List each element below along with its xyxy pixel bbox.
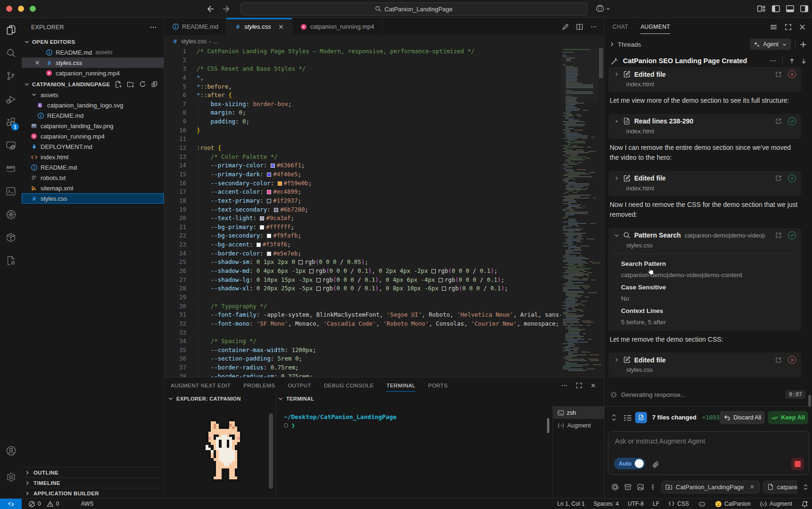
code-editor[interactable]: 1/* CatPanion Landing Page Styles — Mode… — [164, 47, 604, 377]
changes-file-view-button[interactable] — [635, 412, 647, 423]
collapse-folders-icon[interactable] — [151, 81, 158, 88]
aws-status[interactable]: AWS — [81, 501, 93, 507]
problems-status[interactable]: 0 0 — [28, 501, 59, 508]
panel-maximize-icon[interactable] — [576, 382, 582, 389]
status-ok-icon[interactable] — [788, 117, 796, 125]
context-box-icon[interactable] — [624, 483, 632, 491]
chat-menu-icon[interactable] — [770, 23, 778, 31]
tool-card-edited-file[interactable]: Edited filestyles.css — [608, 353, 801, 378]
augment-status[interactable]: Augment — [760, 501, 792, 508]
editor-more-icon[interactable] — [590, 23, 597, 31]
file-gear-icon[interactable] — [0, 250, 22, 271]
discard-all-button[interactable]: Discard All — [720, 411, 765, 424]
image-icon[interactable] — [637, 483, 645, 491]
panel-tab-debug-console[interactable]: DEBUG CONSOLE — [324, 378, 374, 393]
chat-scrollbar[interactable] — [808, 395, 811, 407]
status-error-icon[interactable] — [788, 70, 796, 78]
tree-item-DEPLOYMENT.md[interactable]: DEPLOYMENT.md — [22, 141, 164, 152]
search-icon[interactable] — [0, 42, 22, 64]
sidebar-section-outline[interactable]: OUTLINE — [22, 467, 164, 477]
minimize-window-button[interactable] — [18, 6, 24, 12]
encoding-status[interactable]: UTF-8 — [628, 501, 644, 507]
close-icon[interactable] — [749, 484, 755, 490]
back-button[interactable] — [206, 4, 215, 14]
account-icon[interactable] — [0, 440, 22, 461]
new-folder-icon[interactable] — [127, 81, 134, 88]
open-editor-README.md[interactable]: README.mdassets — [22, 47, 164, 57]
agent-mode-selector[interactable]: Agent — [750, 39, 791, 50]
panel-tab-problems[interactable]: PROBLEMS — [243, 378, 275, 393]
tree-item-robots.txt[interactable]: robots.txt — [22, 172, 164, 183]
context-chip-catpanion_l[interactable]: catpanion_l — [763, 481, 797, 493]
card-chevron-icon[interactable] — [613, 175, 621, 181]
settings-gear-icon[interactable] — [0, 466, 22, 488]
tree-item-README.md[interactable]: README.md — [22, 110, 164, 121]
attach-icon[interactable] — [652, 460, 660, 468]
scroll-up-icon[interactable] — [788, 57, 795, 65]
open-external-icon[interactable] — [775, 175, 782, 181]
panel-tab-output[interactable]: OUTPUT — [288, 378, 311, 393]
tab-README.md[interactable]: README.md — [164, 18, 226, 35]
terminal-view[interactable]: ~/Desktop/CatPanion_LandingPage ❯ — [276, 404, 552, 498]
auto-toggle[interactable]: Auto — [614, 458, 645, 469]
chat-input[interactable]: Ask or instruct Augment Agent Auto — [608, 431, 809, 475]
close-window-button[interactable] — [6, 6, 12, 12]
threads-label[interactable]: Threads — [618, 41, 641, 48]
run-debug-icon[interactable] — [0, 88, 22, 110]
thread-more-icon[interactable] — [769, 57, 777, 65]
files-icon[interactable] — [0, 19, 22, 41]
tab-augment[interactable]: AUGMENT — [640, 18, 670, 36]
cursor-position-status[interactable]: Ln 1, Col 1 — [557, 501, 585, 507]
open-editor-catpanion_running.mp4[interactable]: catpanion_running.mp4 — [22, 68, 164, 78]
source-control-icon[interactable] — [0, 65, 22, 87]
chat-close-icon[interactable] — [799, 24, 806, 31]
threads-chevron-icon[interactable] — [609, 41, 615, 48]
toggle-secondary-sidebar-button[interactable] — [800, 4, 809, 14]
indentation-status[interactable]: Spaces: 4 — [594, 501, 619, 507]
chat-message-list[interactable]: Edited fileindex.htmlLet me view more of… — [608, 65, 806, 406]
aws-icon[interactable]: aws — [0, 157, 22, 179]
sidebar-section-timeline[interactable]: TIMELINE — [22, 477, 164, 488]
panel-tab-augment-next-edit[interactable]: AUGMENT NEXT EDIT — [171, 378, 231, 393]
open-editors-header[interactable]: OPEN EDITORS — [22, 37, 164, 47]
toggle-panel-button[interactable] — [786, 4, 795, 14]
breadcrumb[interactable]: #styles.css›... — [164, 35, 604, 47]
explorer-more-actions-button[interactable] — [149, 24, 157, 31]
open-editor-styles.css[interactable]: #styles.css — [22, 57, 164, 68]
changes-list-view-icon[interactable] — [623, 414, 632, 421]
card-chevron-icon[interactable] — [613, 71, 621, 77]
extensions-icon[interactable]: 1 — [0, 111, 22, 133]
terminal-process-Augment[interactable]: Augment — [553, 419, 604, 432]
tree-item-index.html[interactable]: index.html — [22, 152, 164, 162]
cube-icon[interactable] — [0, 227, 22, 248]
refresh-icon[interactable] — [139, 81, 146, 88]
open-external-icon[interactable] — [775, 232, 782, 238]
close-icon[interactable] — [278, 24, 284, 30]
keep-all-button[interactable]: Keep All — [768, 411, 808, 424]
tool-card-read-lines-238-290[interactable]: Read lines 238-290index.html — [608, 114, 801, 139]
split-editor-icon[interactable] — [576, 23, 583, 31]
command-center-search[interactable]: CatPanion_LandingPage — [240, 2, 588, 16]
catpanion-status[interactable]: CatPanion — [715, 501, 751, 508]
tab-chat[interactable]: CHAT — [613, 18, 628, 36]
tree-item-catpanion_landing_logo.svg[interactable]: catpanion_landing_logo.svg — [22, 100, 164, 110]
tool-card-edited-file[interactable]: Edited fileindex.html — [608, 67, 801, 92]
terminal-scrollbar[interactable] — [547, 418, 549, 433]
tool-card-pattern-search[interactable]: Pattern Searchcatpanion-demo|demo-video|… — [608, 228, 801, 331]
tree-item-catpanion_landing_fav.png[interactable]: catpanion_landing_fav.png — [22, 121, 164, 131]
card-chevron-icon[interactable] — [613, 232, 621, 238]
tree-item-catpanion_running.mp4[interactable]: catpanion_running.mp4 — [22, 131, 164, 141]
mention-icon[interactable] — [611, 483, 619, 491]
project-section-header[interactable]: CATPANION_LANDINGPAGE — [22, 79, 164, 90]
tree-item-assets[interactable]: assets — [22, 90, 164, 100]
minimap[interactable] — [561, 47, 604, 377]
refresh-changes-icon[interactable] — [610, 414, 618, 421]
open-external-icon[interactable] — [775, 118, 782, 124]
panel-tab-terminal[interactable]: TERMINAL — [386, 378, 415, 393]
chat-expand-icon[interactable] — [785, 24, 792, 31]
new-thread-button[interactable] — [799, 41, 807, 49]
context-updown-icon[interactable] — [802, 484, 809, 491]
copilot-status[interactable] — [698, 500, 706, 508]
tree-item-README.md[interactable]: README.md — [22, 162, 164, 172]
customize-layout-button[interactable] — [757, 4, 766, 14]
